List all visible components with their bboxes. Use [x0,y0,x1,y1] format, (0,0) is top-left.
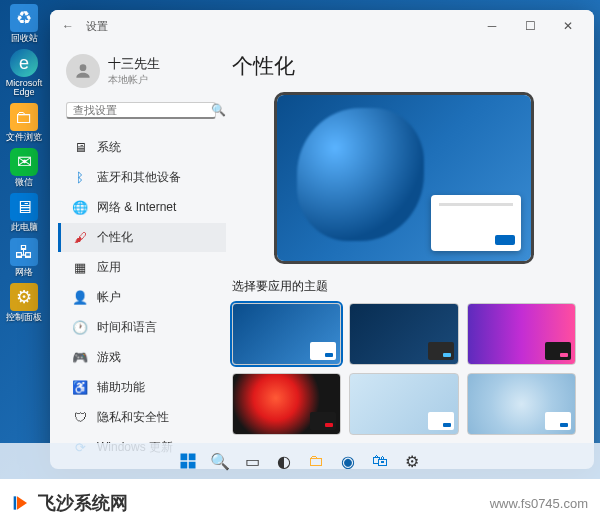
desktop-icon-wechat[interactable]: ✉ 微信 [4,148,44,187]
desktop-icon-label: 微信 [15,178,33,187]
sidebar-item-label: 应用 [97,259,121,276]
sidebar-item-label: 网络 & Internet [97,199,176,216]
taskbar-store-icon[interactable]: 🛍 [369,450,391,472]
theme-windows-light[interactable] [232,303,341,365]
svg-rect-5 [14,496,16,509]
svg-rect-2 [189,454,196,461]
minimize-button[interactable]: ─ [474,12,510,40]
sidebar-item-time[interactable]: 🕐时间和语言 [58,313,226,342]
main-content: 个性化 选择要应用的主题 [226,42,594,469]
sidebar-item-accessibility[interactable]: ♿辅助功能 [58,373,226,402]
search-field[interactable] [73,104,211,116]
search-input[interactable]: 🔍 [66,102,216,119]
theme-window-mock [428,412,454,430]
taskbar-taskview-icon[interactable]: ▭ [241,450,263,472]
desktop-icon-controlpanel[interactable]: ⚙ 控制面板 [4,283,44,322]
nav-list: 🖥系统 ᛒ蓝牙和其他设备 🌐网络 & Internet 🖌个性化 ▦应用 👤帐户… [58,133,226,462]
folder-icon: 🗀 [10,103,38,131]
theme-sunrise[interactable] [349,373,458,435]
network-icon: 🖧 [10,238,38,266]
wallpaper-preview[interactable] [274,92,534,264]
pc-icon: 🖥 [10,193,38,221]
user-row[interactable]: 十三先生 本地帐户 [58,50,226,96]
search-icon: 🔍 [211,103,226,117]
settings-window: ← 设置 ─ ☐ ✕ 十三先生 本地帐户 🔍 🖥系统 [50,10,594,469]
themes-grid [232,303,576,435]
theme-captured-motion[interactable] [232,373,341,435]
desktop-icon-network[interactable]: 🖧 网络 [4,238,44,277]
svg-rect-1 [181,454,188,461]
taskbar-explorer-icon[interactable]: 🗀 [305,450,327,472]
sidebar-item-label: 游戏 [97,349,121,366]
desktop-icon-label: Microsoft Edge [4,79,44,97]
sidebar: 十三先生 本地帐户 🔍 🖥系统 ᛒ蓝牙和其他设备 🌐网络 & Internet … [50,42,226,469]
desktop-icon-label: 文件浏览 [6,133,42,142]
window-controls: ─ ☐ ✕ [474,12,586,40]
network-icon: 🌐 [71,200,89,215]
taskbar: 🔍 ▭ ◐ 🗀 ◉ 🛍 ⚙ [0,443,600,479]
wallpaper-swirl [297,108,424,241]
theme-flow[interactable] [467,373,576,435]
window-mock [431,195,521,251]
maximize-button[interactable]: ☐ [512,12,548,40]
privacy-icon: 🛡 [71,410,89,425]
svg-point-0 [80,64,87,71]
desktop-icon-label: 此电脑 [11,223,38,232]
sidebar-item-label: 时间和语言 [97,319,157,336]
desktop-icon-recycle[interactable]: ♻ 回收站 [4,4,44,43]
page-title: 个性化 [232,52,576,80]
wechat-icon: ✉ [10,148,38,176]
sidebar-item-bluetooth[interactable]: ᛒ蓝牙和其他设备 [58,163,226,192]
watermark-bar: 飞沙系统网 www.fs0745.com [0,479,600,527]
sidebar-item-label: 系统 [97,139,121,156]
themes-heading: 选择要应用的主题 [232,278,576,295]
start-button[interactable] [177,450,199,472]
apps-icon: ▦ [71,260,89,275]
user-name: 十三先生 [108,55,160,73]
desktop-icon-label: 回收站 [11,34,38,43]
accounts-icon: 👤 [71,290,89,305]
theme-window-mock [545,412,571,430]
window-title: 设置 [86,19,108,34]
watermark-text: 飞沙系统网 [38,491,128,515]
desktop-icon-label: 网络 [15,268,33,277]
time-language-icon: 🕐 [71,320,89,335]
watermark-logo-icon [12,493,32,513]
bluetooth-icon: ᛒ [71,170,89,185]
svg-rect-3 [181,462,188,469]
desktop-icon-folder[interactable]: 🗀 文件浏览 [4,103,44,142]
gaming-icon: 🎮 [71,350,89,365]
theme-window-mock [310,342,336,360]
avatar [66,54,100,88]
recycle-icon: ♻ [10,4,38,32]
desktop-icon-edge[interactable]: e Microsoft Edge [4,49,44,97]
sidebar-item-label: 隐私和安全性 [97,409,169,426]
watermark-url: www.fs0745.com [490,496,588,511]
user-type: 本地帐户 [108,73,160,87]
sidebar-item-personalization[interactable]: 🖌个性化 [58,223,226,252]
sidebar-item-system[interactable]: 🖥系统 [58,133,226,162]
edge-icon: e [10,49,38,77]
sidebar-item-accounts[interactable]: 👤帐户 [58,283,226,312]
theme-windows-dark[interactable] [349,303,458,365]
sidebar-item-privacy[interactable]: 🛡隐私和安全性 [58,403,226,432]
taskbar-edge-icon[interactable]: ◉ [337,450,359,472]
svg-rect-4 [189,462,196,469]
desktop-icon-pc[interactable]: 🖥 此电脑 [4,193,44,232]
sidebar-item-network[interactable]: 🌐网络 & Internet [58,193,226,222]
theme-window-mock [310,412,336,430]
close-button[interactable]: ✕ [550,12,586,40]
sidebar-item-gaming[interactable]: 🎮游戏 [58,343,226,372]
personalization-icon: 🖌 [71,230,89,245]
system-icon: 🖥 [71,140,89,155]
back-button[interactable]: ← [58,19,78,33]
theme-window-mock [428,342,454,360]
taskbar-settings-icon[interactable]: ⚙ [401,450,423,472]
taskbar-widgets-icon[interactable]: ◐ [273,450,295,472]
taskbar-search-icon[interactable]: 🔍 [209,450,231,472]
theme-glow[interactable] [467,303,576,365]
desktop-icon-label: 控制面板 [6,313,42,322]
sidebar-item-label: 个性化 [97,229,133,246]
desktop-icons: ♻ 回收站 e Microsoft Edge 🗀 文件浏览 ✉ 微信 🖥 此电脑… [4,4,44,322]
sidebar-item-apps[interactable]: ▦应用 [58,253,226,282]
